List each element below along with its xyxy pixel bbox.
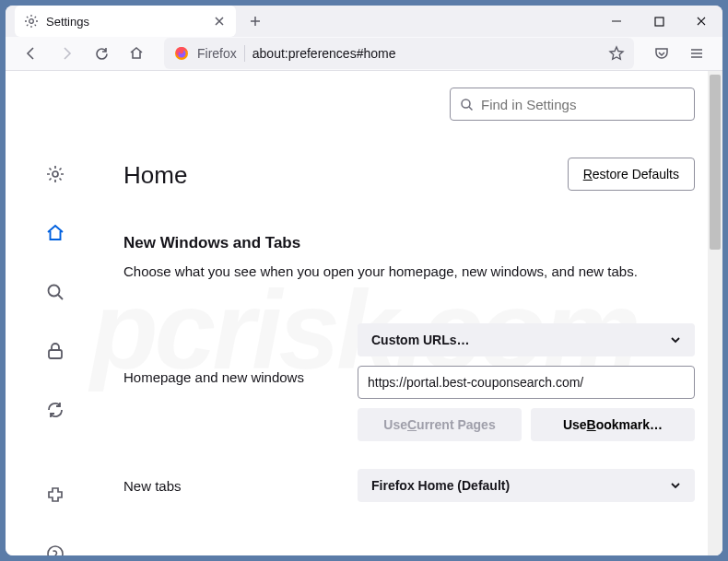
sidebar-privacy[interactable] bbox=[39, 334, 72, 368]
new-tab-button[interactable] bbox=[241, 7, 269, 35]
sidebar-search[interactable] bbox=[39, 275, 72, 309]
find-input[interactable] bbox=[481, 97, 685, 112]
urlbar-separator bbox=[244, 45, 245, 62]
newtabs-row: New tabs Firefox Home (Default) bbox=[123, 469, 695, 502]
browser-window: Settings Firefox about:preferences#home bbox=[6, 6, 722, 555]
svg-point-0 bbox=[29, 19, 34, 24]
firefox-icon bbox=[173, 45, 190, 62]
homepage-row: Homepage and new windows Custom URLs… Us… bbox=[123, 323, 695, 441]
menu-button[interactable] bbox=[680, 37, 713, 70]
gear-icon bbox=[24, 14, 39, 29]
chevron-down-icon bbox=[670, 334, 681, 345]
dropdown-value: Firefox Home (Default) bbox=[371, 478, 510, 493]
nav-toolbar: Firefox about:preferences#home bbox=[6, 37, 722, 71]
homepage-dropdown[interactable]: Custom URLs… bbox=[358, 323, 695, 356]
chevron-down-icon bbox=[670, 480, 681, 491]
close-icon[interactable] bbox=[212, 14, 227, 29]
pocket-button[interactable] bbox=[645, 37, 678, 70]
titlebar: Settings bbox=[6, 6, 722, 37]
back-button[interactable] bbox=[15, 37, 48, 70]
sidebar-general[interactable] bbox=[39, 158, 72, 191]
main-panel: Home Restore Defaults New Windows and Ta… bbox=[105, 71, 722, 555]
sidebar-extensions[interactable] bbox=[39, 478, 72, 511]
scrollbar[interactable] bbox=[708, 71, 722, 555]
restore-defaults-button[interactable]: Restore Defaults bbox=[568, 158, 695, 191]
minimize-button[interactable] bbox=[595, 6, 638, 37]
dropdown-value: Custom URLs… bbox=[371, 333, 470, 347]
newtabs-dropdown[interactable]: Firefox Home (Default) bbox=[358, 469, 695, 502]
forward-button[interactable] bbox=[50, 37, 83, 70]
url-bar[interactable]: Firefox about:preferences#home bbox=[164, 38, 634, 69]
newtabs-label: New tabs bbox=[123, 478, 358, 494]
reload-button[interactable] bbox=[85, 37, 118, 70]
maximize-button[interactable] bbox=[638, 6, 680, 37]
svg-point-5 bbox=[49, 286, 60, 297]
use-current-pages-button[interactable]: Use Current Pages bbox=[358, 408, 522, 441]
sidebar-home[interactable] bbox=[39, 216, 72, 250]
bookmark-star-icon[interactable] bbox=[608, 45, 625, 62]
scroll-thumb[interactable] bbox=[710, 75, 721, 250]
use-bookmark-button[interactable]: Use Bookmark… bbox=[531, 408, 695, 441]
urlbar-text: about:preferences#home bbox=[252, 46, 601, 61]
sidebar bbox=[6, 71, 105, 555]
section-description: Choose what you see when you open your h… bbox=[123, 262, 695, 281]
svg-point-4 bbox=[53, 171, 58, 177]
homepage-label: Homepage and new windows bbox=[123, 323, 358, 385]
find-in-settings[interactable] bbox=[450, 88, 695, 121]
sidebar-sync[interactable] bbox=[39, 393, 72, 427]
svg-point-8 bbox=[462, 99, 470, 108]
content: pcrisk.com Home Restore Defaults New Win… bbox=[6, 71, 722, 555]
homepage-url-input[interactable] bbox=[358, 366, 695, 399]
tab-settings[interactable]: Settings bbox=[15, 6, 236, 37]
window-controls bbox=[595, 6, 722, 37]
search-icon bbox=[460, 98, 474, 111]
tab-title: Settings bbox=[46, 15, 205, 29]
section-heading: New Windows and Tabs bbox=[123, 234, 695, 252]
svg-rect-6 bbox=[49, 350, 62, 358]
sidebar-help[interactable] bbox=[39, 537, 72, 555]
svg-rect-1 bbox=[655, 18, 663, 26]
urlbar-prefix: Firefox bbox=[197, 46, 237, 61]
close-button[interactable] bbox=[680, 6, 722, 37]
home-button[interactable] bbox=[120, 37, 153, 70]
